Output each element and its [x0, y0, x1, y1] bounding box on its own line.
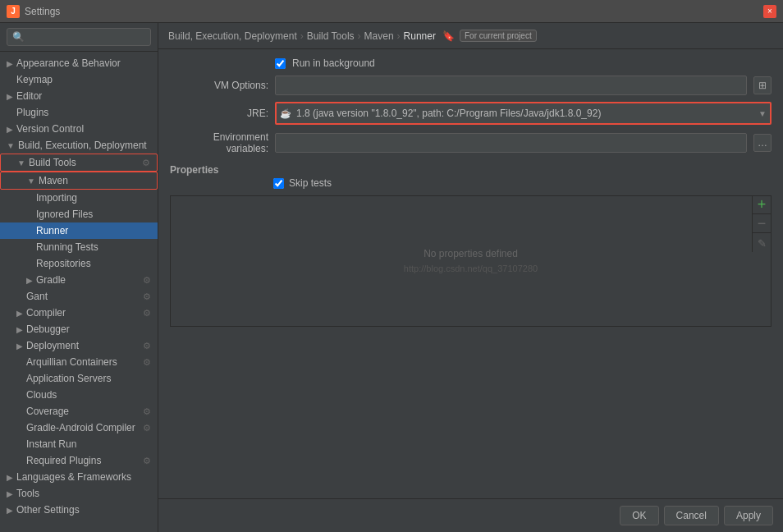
sidebar-item-label: Runner	[36, 225, 68, 236]
sidebar-item-label: Ignored Files	[36, 209, 93, 220]
close-button[interactable]: ×	[763, 5, 776, 18]
breadcrumb-part-2: Build Tools	[307, 30, 355, 42]
sidebar-item-running-tests[interactable]: Running Tests	[0, 239, 158, 255]
ok-button[interactable]: OK	[620, 506, 658, 525]
sidebar-item-label: Compiler	[26, 307, 66, 319]
sidebar-item-label: Required Plugins	[26, 455, 101, 466]
sidebar-item-appearance[interactable]: ▶ Appearance & Behavior	[0, 55, 158, 71]
no-props-text: No properties defined	[404, 246, 538, 262]
sidebar-item-label: Coverage	[26, 406, 69, 417]
arrow-icon: ▼	[7, 141, 15, 150]
sidebar-item-app-servers[interactable]: Application Servers	[0, 370, 158, 387]
sidebar-item-label: Repositories	[36, 258, 91, 269]
breadcrumb-current: Runner	[404, 30, 436, 42]
title-bar: J Settings ×	[0, 0, 783, 23]
env-vars-expand-button[interactable]: …	[753, 134, 772, 152]
sidebar-item-languages[interactable]: ▶ Languages & Frameworks	[0, 469, 158, 485]
sidebar-item-instant-run[interactable]: Instant Run	[0, 436, 158, 452]
sidebar-item-importing[interactable]: Importing	[0, 190, 158, 206]
gear-icon: ⚙	[143, 423, 151, 433]
properties-toolbar: + − ✎	[752, 196, 771, 252]
add-property-button[interactable]: +	[753, 196, 771, 214]
sidebar-item-gradle-android[interactable]: Gradle-Android Compiler ⚙	[0, 420, 158, 436]
sidebar-item-clouds[interactable]: Clouds	[0, 387, 158, 403]
sidebar-item-other-settings[interactable]: ▶ Other Settings	[0, 502, 158, 518]
arrow-icon: ▶	[16, 342, 23, 351]
breadcrumb-sep-3: ›	[397, 30, 401, 42]
content-area: Build, Execution, Deployment › Build Too…	[158, 23, 783, 532]
sidebar-item-label: Maven	[39, 175, 68, 186]
arrow-icon: ▶	[7, 506, 13, 515]
sidebar-item-label: Deployment	[26, 340, 79, 351]
sidebar-item-coverage[interactable]: Coverage ⚙	[0, 403, 158, 420]
env-vars-label: Environment variables:	[170, 131, 268, 154]
edit-property-button[interactable]: ✎	[753, 234, 771, 252]
sidebar-item-label: Version Control	[16, 123, 84, 135]
breadcrumb-part-3: Maven	[364, 30, 394, 42]
skip-tests-label: Skip tests	[289, 177, 332, 189]
arrow-icon: ▼	[17, 158, 25, 167]
skip-tests-checkbox[interactable]	[273, 178, 284, 189]
sidebar-item-label: Gant	[26, 291, 48, 302]
sidebar-item-plugins[interactable]: Plugins	[0, 104, 158, 121]
gear-icon: ⚙	[143, 456, 151, 466]
sidebar-item-required-plugins[interactable]: Required Plugins ⚙	[0, 452, 158, 469]
properties-table: + − ✎ No properties defined http://blog.…	[170, 195, 772, 327]
sidebar-item-arquillian[interactable]: Arquillian Containers ⚙	[0, 354, 158, 370]
arrow-icon: ▶	[16, 309, 23, 318]
main-layout: ▶ Appearance & Behavior Keymap ▶ Editor …	[0, 23, 783, 532]
sidebar-item-maven[interactable]: ▼ Maven	[0, 172, 158, 190]
sidebar-item-debugger[interactable]: ▶ Debugger	[0, 321, 158, 337]
sidebar-item-version-control[interactable]: ▶ Version Control	[0, 121, 158, 137]
sidebar-item-label: Application Servers	[26, 373, 111, 384]
breadcrumb-tag: For current project	[460, 30, 537, 42]
sidebar-item-label: Tools	[16, 488, 39, 499]
gear-icon: ⚙	[143, 308, 151, 319]
sidebar-item-label: Keymap	[16, 74, 53, 85]
env-vars-input[interactable]	[275, 133, 747, 153]
sidebar-item-label: Languages & Frameworks	[16, 471, 131, 483]
vm-options-expand-button[interactable]: ⊞	[753, 76, 772, 94]
sidebar-item-deployment[interactable]: ▶ Deployment ⚙	[0, 337, 158, 354]
apply-button[interactable]: Apply	[724, 506, 773, 525]
jre-row: JRE: ☕ 1.8 (java version "1.8.0_92", pat…	[170, 102, 772, 125]
run-in-background-checkbox[interactable]	[275, 58, 286, 69]
no-properties-message: No properties defined http://blog.csdn.n…	[404, 246, 538, 277]
remove-property-button[interactable]: −	[753, 215, 771, 233]
sidebar-item-editor[interactable]: ▶ Editor	[0, 88, 158, 104]
sidebar-item-gant[interactable]: Gant ⚙	[0, 288, 158, 305]
sidebar-item-label: Debugger	[26, 323, 70, 335]
jre-select[interactable]: 1.8 (java version "1.8.0_92", path: C:/P…	[277, 103, 770, 123]
sidebar-tree: ▶ Appearance & Behavior Keymap ▶ Editor …	[0, 52, 158, 532]
sidebar-item-keymap[interactable]: Keymap	[0, 71, 158, 88]
sidebar-item-tools[interactable]: ▶ Tools	[0, 485, 158, 502]
gear-icon: ⚙	[143, 341, 151, 351]
arrow-icon: ▶	[7, 92, 13, 101]
sidebar-item-label: Appearance & Behavior	[16, 57, 121, 69]
sidebar-item-label: Instant Run	[26, 438, 76, 450]
vm-options-input[interactable]	[275, 76, 747, 95]
sidebar: ▶ Appearance & Behavior Keymap ▶ Editor …	[0, 23, 158, 532]
search-input[interactable]	[7, 28, 151, 46]
cancel-button[interactable]: Cancel	[664, 506, 719, 525]
sidebar-item-build-execution[interactable]: ▼ Build, Execution, Deployment	[0, 137, 158, 154]
form-content: Run in background VM Options: ⊞ JRE: ☕ 1…	[158, 49, 783, 498]
jre-select-wrapper: ☕ 1.8 (java version "1.8.0_92", path: C:…	[275, 102, 772, 125]
sidebar-item-build-tools[interactable]: ▼ Build Tools ⚙	[0, 154, 158, 172]
sidebar-item-runner[interactable]: Runner	[0, 222, 158, 239]
sidebar-item-label: Other Settings	[16, 504, 80, 516]
sidebar-item-gradle[interactable]: ▶ Gradle ⚙	[0, 272, 158, 288]
sidebar-item-label: Build, Execution, Deployment	[18, 140, 147, 151]
breadcrumb-sep-1: ›	[300, 30, 304, 42]
skip-tests-row: Skip tests	[170, 177, 772, 189]
sidebar-item-repositories[interactable]: Repositories	[0, 255, 158, 272]
sidebar-item-label: Build Tools	[29, 157, 76, 168]
gear-icon: ⚙	[143, 275, 151, 286]
gear-icon: ⚙	[143, 291, 151, 302]
arrow-icon: ▶	[7, 125, 13, 134]
sidebar-item-compiler[interactable]: ▶ Compiler ⚙	[0, 305, 158, 321]
sidebar-item-ignored-files[interactable]: Ignored Files	[0, 206, 158, 222]
vm-options-label: VM Options:	[170, 80, 268, 91]
gear-icon: ⚙	[143, 406, 151, 417]
arrow-icon: ▶	[7, 473, 13, 482]
